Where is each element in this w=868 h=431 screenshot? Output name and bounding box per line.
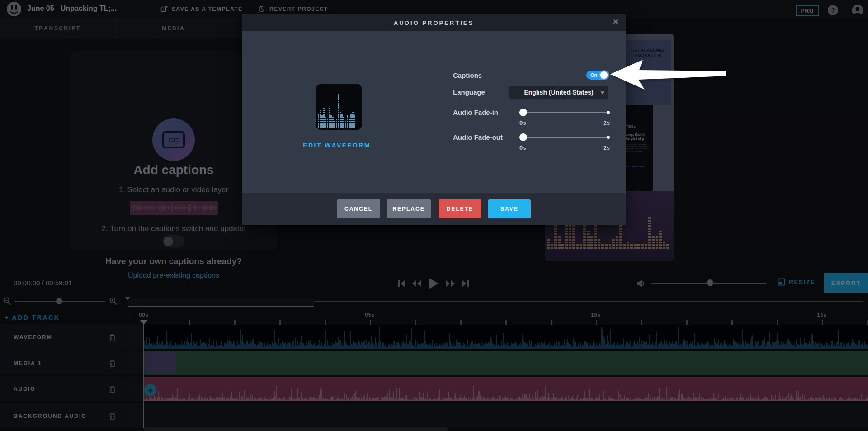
delete-button[interactable]: DELETE: [439, 199, 481, 218]
fade-in-slider[interactable]: [523, 112, 609, 113]
modal-pane-divider: [432, 31, 432, 193]
fade-out-label: Audio Fade-out: [453, 133, 503, 141]
replace-button[interactable]: REPLACE: [387, 199, 431, 218]
language-label: Language: [453, 88, 485, 96]
modal-header: AUDIO PROPERTIES ×: [242, 14, 626, 31]
thumb-bar: [352, 111, 354, 128]
thumb-bar: [321, 115, 323, 128]
thumb-bar: [323, 108, 325, 128]
thumb-bar: [325, 117, 326, 128]
close-icon[interactable]: ×: [613, 17, 619, 27]
slider-end-dot: [607, 111, 610, 114]
thumb-bar: [336, 118, 337, 128]
fade-in-knob[interactable]: [519, 109, 527, 116]
edit-waveform-link[interactable]: EDIT WAVEFORM: [242, 142, 432, 149]
thumb-bar: [330, 115, 332, 128]
fade-in-min: 0s: [519, 119, 526, 126]
fade-out-min: 0s: [519, 144, 526, 151]
fade-out-knob[interactable]: [519, 133, 527, 141]
thumb-bar: [345, 120, 346, 128]
thumb-bar: [343, 117, 344, 128]
thumb-bar: [350, 113, 352, 128]
thumb-bar: [349, 118, 350, 128]
language-value: English (United States): [524, 89, 593, 96]
annotation-arrow: [601, 53, 737, 96]
app-window: June 05 - Unpacking TL;... SAVE AS A TEM…: [0, 0, 868, 431]
thumb-bar: [329, 108, 330, 128]
language-select[interactable]: English (United States) ▼: [509, 86, 608, 99]
thumb-bar: [338, 93, 339, 128]
thumb-bar: [340, 111, 341, 128]
modal-title: AUDIO PROPERTIES: [394, 19, 474, 26]
thumb-bar: [327, 118, 328, 128]
cancel-button[interactable]: CANCEL: [337, 199, 380, 218]
captions-label: Captions: [453, 71, 482, 79]
thumb-bar: [341, 113, 343, 128]
save-button[interactable]: SAVE: [488, 199, 531, 218]
toggle-on-label: On: [590, 72, 597, 78]
fade-in-label: Audio Fade-in: [453, 109, 498, 116]
thumb-bar: [332, 117, 334, 128]
audio-properties-modal: AUDIO PROPERTIES × EDIT WAVEFORM Caption…: [242, 14, 626, 225]
waveform-thumbnail[interactable]: [316, 84, 362, 130]
thumb-bar: [334, 120, 335, 128]
thumb-bar: [347, 115, 348, 128]
fade-out-slider[interactable]: [523, 137, 609, 138]
modal-footer: CANCEL REPLACE DELETE SAVE: [242, 193, 626, 225]
fade-in-max: 2s: [599, 119, 610, 126]
thumb-bar: [354, 115, 355, 128]
slider-end-dot: [607, 136, 610, 139]
thumb-bar: [320, 109, 321, 128]
thumb-bar: [318, 113, 319, 128]
fade-out-max: 2s: [599, 144, 610, 151]
